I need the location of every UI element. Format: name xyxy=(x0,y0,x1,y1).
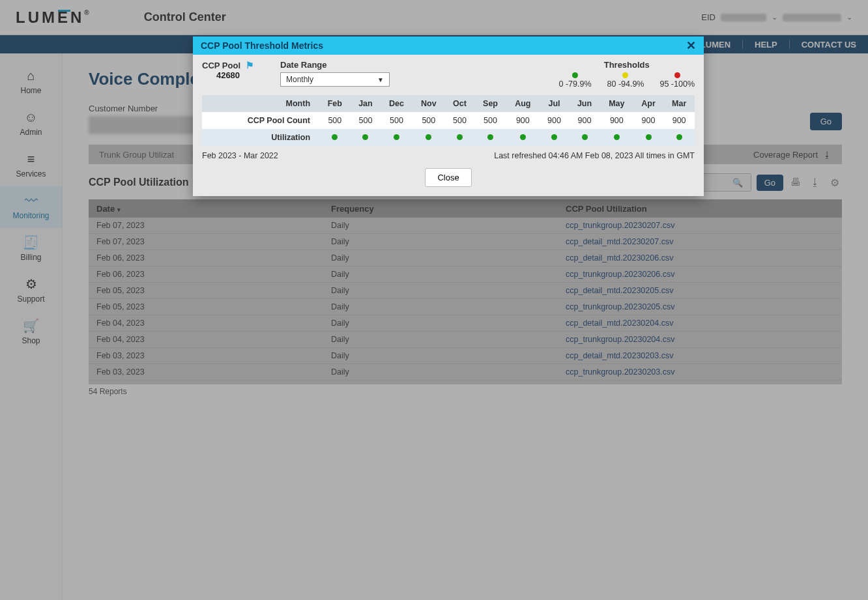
threshold-green: 0 -79.9% xyxy=(558,72,591,89)
modal-top-row: CCP Pool⚑ 42680 Date Range Monthly ▼ Thr… xyxy=(202,60,695,89)
flag-icon: ⚑ xyxy=(246,60,254,70)
cell-count: 900 xyxy=(663,112,695,129)
row-util-label: Utilization xyxy=(202,129,319,146)
cell-util xyxy=(412,129,445,146)
cell-count: 500 xyxy=(412,112,445,129)
threshold-range: 95 -100% xyxy=(659,79,695,89)
cell-count: 500 xyxy=(474,112,506,129)
close-button[interactable]: Close xyxy=(425,168,471,187)
dot-green-icon xyxy=(457,134,463,140)
cell-util xyxy=(474,129,506,146)
dot-green-icon xyxy=(676,134,682,140)
dot-green-icon xyxy=(582,134,588,140)
cell-util xyxy=(569,129,600,146)
thresholds-legend: Thresholds 0 -79.9%80 -94.9%95 -100% xyxy=(558,60,695,89)
modal-title: CCP Pool Threshold Metrics xyxy=(201,40,323,51)
cell-count: 900 xyxy=(633,112,664,129)
cell-util xyxy=(633,129,664,146)
cell-util xyxy=(319,129,351,146)
cell-util xyxy=(381,129,412,146)
cell-util xyxy=(600,129,633,146)
cell-count: 900 xyxy=(506,112,540,129)
cell-count: 500 xyxy=(319,112,351,129)
cell-count: 500 xyxy=(351,112,381,129)
col-month: Apr xyxy=(633,95,664,112)
dot-green-icon xyxy=(614,134,620,140)
cell-util xyxy=(540,129,569,146)
threshold-range: 0 -79.9% xyxy=(558,79,591,89)
dot-red-icon xyxy=(674,72,680,78)
col-month: Aug xyxy=(506,95,540,112)
col-month: Mar xyxy=(663,95,695,112)
refreshed-text: Last refreshed 04:46 AM Feb 08, 2023 All… xyxy=(494,151,695,160)
date-range-label: Date Range xyxy=(280,60,390,70)
col-month-label: Month xyxy=(202,95,319,112)
cell-count: 900 xyxy=(600,112,633,129)
cell-count: 900 xyxy=(569,112,600,129)
threshold-yellow: 80 -94.9% xyxy=(607,72,644,89)
cell-util xyxy=(445,129,474,146)
col-month: Feb xyxy=(319,95,351,112)
col-month: Nov xyxy=(412,95,445,112)
dot-green-icon xyxy=(646,134,652,140)
dot-green-icon xyxy=(426,134,431,140)
col-month: May xyxy=(600,95,633,112)
cell-count: 500 xyxy=(381,112,412,129)
col-month: Sep xyxy=(474,95,506,112)
col-month: Dec xyxy=(381,95,412,112)
dot-green-icon xyxy=(520,134,526,140)
chevron-down-icon: ▼ xyxy=(377,76,384,83)
threshold-red: 95 -100% xyxy=(659,72,695,89)
row-count-label: CCP Pool Count xyxy=(202,112,319,129)
cell-count: 500 xyxy=(445,112,474,129)
dot-green-icon xyxy=(572,72,578,78)
date-range-value: Monthly xyxy=(286,75,313,84)
dot-green-icon xyxy=(551,134,557,140)
col-month: Oct xyxy=(445,95,474,112)
col-month: Jul xyxy=(540,95,569,112)
dot-green-icon xyxy=(487,134,493,140)
cell-util xyxy=(351,129,381,146)
metrics-table: MonthFebJanDecNovOctSepAugJulJunMayAprMa… xyxy=(202,95,695,146)
date-range-select[interactable]: Monthly ▼ xyxy=(280,72,390,87)
dot-green-icon xyxy=(332,134,338,140)
modal-foot: Feb 2023 - Mar 2022 Last refreshed 04:46… xyxy=(202,151,695,160)
cell-util xyxy=(663,129,695,146)
threshold-metrics-modal: CCP Pool Threshold Metrics ✕ CCP Pool⚑ 4… xyxy=(193,36,704,196)
cell-count: 900 xyxy=(540,112,569,129)
col-month: Jan xyxy=(351,95,381,112)
dot-yellow-icon xyxy=(622,72,628,78)
close-icon[interactable]: ✕ xyxy=(686,38,696,53)
dot-green-icon xyxy=(362,134,368,140)
dot-green-icon xyxy=(394,134,399,140)
cell-util xyxy=(506,129,540,146)
ccp-pool-label: CCP Pool⚑ xyxy=(202,60,254,70)
ccp-pool-value: 42680 xyxy=(202,70,254,80)
col-month: Jun xyxy=(569,95,600,112)
modal-header: CCP Pool Threshold Metrics ✕ xyxy=(193,36,704,55)
thresholds-title: Thresholds xyxy=(558,60,695,70)
threshold-range: 80 -94.9% xyxy=(607,79,644,89)
range-text: Feb 2023 - Mar 2022 xyxy=(202,151,278,160)
